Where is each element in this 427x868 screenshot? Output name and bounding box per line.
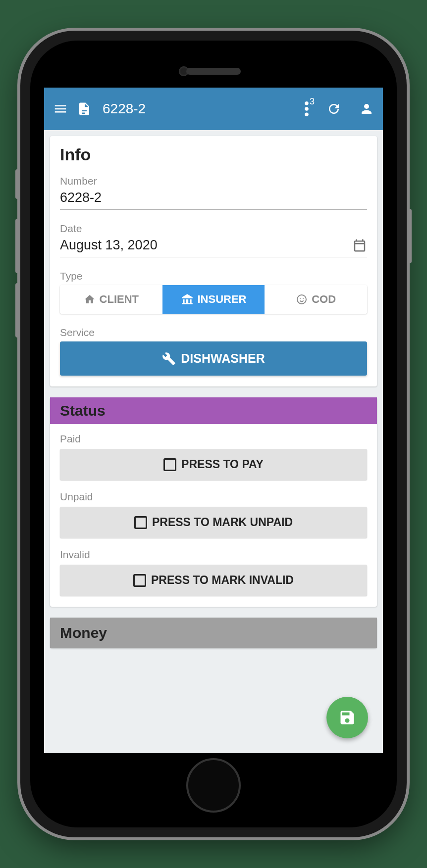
checkbox-icon xyxy=(134,516,147,529)
mark-unpaid-button[interactable]: PRESS TO MARK UNPAID xyxy=(60,507,367,538)
date-value: August 13, 2020 xyxy=(60,238,158,253)
date-input[interactable]: August 13, 2020 xyxy=(60,238,367,257)
type-insurer-button[interactable]: INSURER xyxy=(162,285,265,314)
service-button[interactable]: DISHWASHER xyxy=(60,341,367,376)
wrench-icon xyxy=(162,352,176,366)
notification-badge: 3 xyxy=(310,96,315,107)
document-button[interactable] xyxy=(77,100,92,117)
checkbox-icon xyxy=(133,574,146,587)
paid-row: Paid PRESS TO PAY xyxy=(60,433,367,480)
refresh-icon xyxy=(326,101,341,116)
svg-point-1 xyxy=(305,107,309,111)
mark-invalid-label: PRESS TO MARK INVALID xyxy=(151,574,294,587)
info-title: Info xyxy=(60,145,367,164)
money-card: Money xyxy=(50,618,377,648)
svg-point-5 xyxy=(303,298,304,299)
status-title: Status xyxy=(50,397,377,424)
earpiece-speaker xyxy=(186,68,241,75)
hamburger-icon xyxy=(53,101,68,116)
checkbox-icon xyxy=(163,458,176,471)
document-icon xyxy=(77,100,92,117)
pay-button[interactable]: PRESS TO PAY xyxy=(60,449,367,480)
svg-point-4 xyxy=(300,298,301,299)
date-label: Date xyxy=(60,223,367,235)
app-bar: 6228-2 3 xyxy=(44,88,383,130)
home-button[interactable] xyxy=(186,758,241,813)
type-client-button[interactable]: CLIENT xyxy=(60,285,162,314)
calendar-icon xyxy=(352,238,367,253)
volume-down xyxy=(15,283,19,338)
phone-bezel: 6228-2 3 xyxy=(30,41,397,827)
type-field: Type CLIENT INSURER xyxy=(60,270,367,314)
status-card: Status Paid PRESS TO PAY Unpaid xyxy=(50,397,377,607)
type-cod-button[interactable]: COD xyxy=(265,285,367,314)
home-icon xyxy=(84,293,96,305)
appbar-title: 6228-2 xyxy=(103,101,146,117)
mute-switch xyxy=(15,169,19,199)
unpaid-label: Unpaid xyxy=(60,491,367,503)
bank-icon xyxy=(181,293,194,306)
invalid-label: Invalid xyxy=(60,549,367,561)
service-value: DISHWASHER xyxy=(181,351,265,366)
save-icon xyxy=(338,709,356,726)
date-field: Date August 13, 2020 xyxy=(60,223,367,257)
service-label: Service xyxy=(60,327,367,338)
type-label: Type xyxy=(60,270,367,282)
info-card: Info Number 6228-2 Date August 13, 2020 xyxy=(50,136,377,386)
type-segmented-control: CLIENT INSURER COD xyxy=(60,285,367,314)
svg-point-2 xyxy=(305,113,309,117)
phone-frame: 6228-2 3 xyxy=(20,31,407,837)
type-cod-label: COD xyxy=(312,293,336,306)
service-field: Service DISHWASHER xyxy=(60,327,367,376)
more-vert-icon xyxy=(305,101,309,116)
mark-unpaid-label: PRESS TO MARK UNPAID xyxy=(152,516,293,529)
invalid-row: Invalid PRESS TO MARK INVALID xyxy=(60,549,367,596)
svg-point-3 xyxy=(297,295,306,304)
number-value: 6228-2 xyxy=(60,190,102,205)
pay-button-label: PRESS TO PAY xyxy=(181,458,264,471)
power-button xyxy=(408,209,412,263)
app-screen: 6228-2 3 xyxy=(44,88,383,753)
menu-button[interactable] xyxy=(53,101,68,116)
refresh-button[interactable] xyxy=(326,101,341,116)
type-insurer-label: INSURER xyxy=(198,293,247,306)
unpaid-row: Unpaid PRESS TO MARK UNPAID xyxy=(60,491,367,538)
volume-up xyxy=(15,219,19,273)
account-button[interactable] xyxy=(359,101,374,116)
more-button[interactable]: 3 xyxy=(305,101,309,116)
number-input[interactable]: 6228-2 xyxy=(60,190,367,210)
number-field: Number 6228-2 xyxy=(60,175,367,210)
person-icon xyxy=(359,101,374,116)
svg-point-0 xyxy=(305,101,309,105)
paid-label: Paid xyxy=(60,433,367,445)
mark-invalid-button[interactable]: PRESS TO MARK INVALID xyxy=(60,565,367,596)
number-label: Number xyxy=(60,175,367,187)
face-icon xyxy=(296,293,308,305)
content-area: Info Number 6228-2 Date August 13, 2020 xyxy=(44,130,383,665)
money-title: Money xyxy=(50,618,377,648)
type-client-label: CLIENT xyxy=(100,293,139,306)
save-fab[interactable] xyxy=(326,697,368,738)
